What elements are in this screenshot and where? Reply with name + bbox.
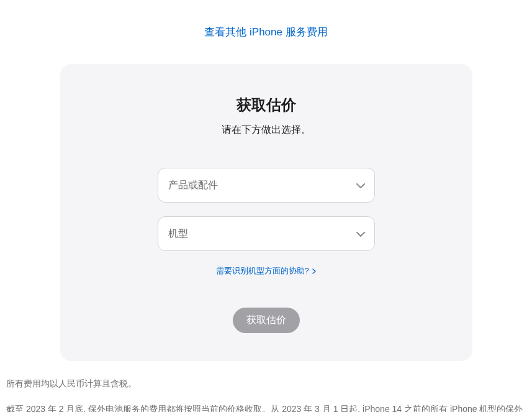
footer-line-1: 所有费用均以人民币计算且含税。	[6, 376, 526, 391]
model-select-placeholder: 机型	[168, 227, 188, 240]
product-select-placeholder: 产品或配件	[168, 179, 218, 192]
help-link-label: 需要识别机型方面的协助?	[216, 266, 309, 275]
card-title: 获取估价	[85, 95, 448, 115]
card-subtitle: 请在下方做出选择。	[85, 124, 448, 137]
footer-line-2: 截至 2023 年 2 月底, 保外电池服务的费用都将按照当前的价格收取。从 2…	[6, 401, 526, 412]
view-other-services-link[interactable]: 查看其他 iPhone 服务费用	[204, 26, 327, 38]
model-select[interactable]: 机型	[158, 216, 375, 251]
get-estimate-button[interactable]: 获取估价	[233, 308, 300, 333]
chevron-right-icon	[312, 267, 316, 276]
identify-model-help-link[interactable]: 需要识别机型方面的协助?	[216, 266, 317, 275]
footer-disclaimer: 所有费用均以人民币计算且含税。 截至 2023 年 2 月底, 保外电池服务的费…	[6, 376, 526, 412]
footer-line-2-text: 截至 2023 年 2 月底, 保外电池服务的费用都将按照当前的价格收取。从 2…	[6, 404, 523, 412]
product-select[interactable]: 产品或配件	[158, 168, 375, 203]
estimate-card: 获取估价 请在下方做出选择。 产品或配件 机型	[60, 64, 472, 361]
